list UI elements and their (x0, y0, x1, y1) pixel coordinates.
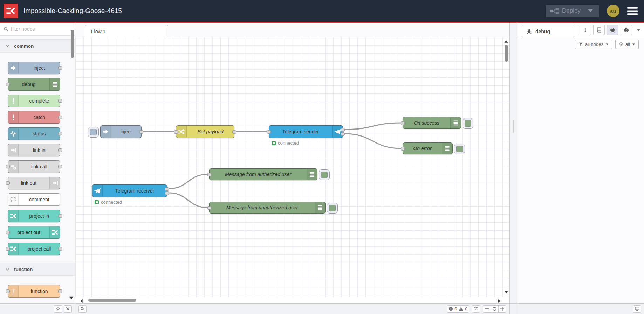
collapse-categories-button[interactable] (54, 305, 62, 313)
flow-node-telegram-receiver[interactable]: Telegram receiver (92, 184, 167, 197)
palette-node-port-out[interactable] (58, 148, 62, 152)
palette-node-link-out[interactable]: link out (8, 177, 60, 189)
palette-scrollbar-thumb[interactable] (71, 30, 74, 58)
debug-tab-button[interactable] (607, 25, 618, 35)
palette-node-icon-region (8, 144, 19, 156)
expand-categories-button[interactable] (64, 305, 72, 313)
help-tab-button[interactable] (593, 25, 605, 35)
node-port-in[interactable] (174, 130, 178, 134)
main-menu-button[interactable] (627, 7, 638, 15)
node-port-in[interactable] (401, 121, 405, 125)
palette-node-port-in[interactable] (6, 289, 10, 293)
tab-flow-1[interactable]: Flow 1 (85, 25, 168, 37)
node-port-out[interactable] (341, 128, 345, 132)
deploy-options-caret[interactable] (586, 7, 595, 15)
node-port-in[interactable] (267, 130, 271, 134)
open-debug-window-button[interactable] (633, 305, 641, 313)
flow-node-msg-unauthorized[interactable]: Message from unautherized user (209, 202, 326, 214)
palette-node-port-out[interactable] (58, 116, 62, 119)
info-tab-button[interactable]: i (580, 25, 591, 35)
palette-node-status[interactable]: status (8, 127, 60, 140)
node-port-out[interactable] (165, 191, 169, 195)
palette-node-complete[interactable]: complete (8, 95, 60, 107)
palette-node-project-out[interactable]: project out (8, 226, 60, 239)
debug-filter-label: all nodes (585, 42, 603, 47)
config-tab-button[interactable] (621, 25, 632, 35)
palette-node-catch[interactable]: catch (8, 111, 60, 124)
wire-telegram-sender-to-on-error[interactable] (345, 134, 401, 148)
wire-telegram-receiver-to-msg-authorized[interactable] (169, 174, 207, 189)
flow-node-icon-region (101, 126, 111, 138)
palette-node-project-call[interactable]: project call (8, 243, 60, 255)
palette-node-debug[interactable]: debug (8, 78, 60, 91)
wire-telegram-receiver-to-msg-unauthorized[interactable] (169, 193, 207, 208)
debug-toggle-button[interactable] (454, 144, 465, 154)
sidebar-tabs-caret[interactable] (637, 27, 640, 33)
palette-node-port-out[interactable] (58, 289, 62, 293)
search-input[interactable] (11, 26, 67, 32)
canvas-scroll-up-icon[interactable] (504, 39, 508, 45)
canvas-horizontal-scrollbar-thumb[interactable] (88, 299, 136, 302)
flow-node-on-error[interactable]: On error (403, 142, 453, 154)
debug-toggle-button[interactable] (319, 169, 330, 180)
node-port-in[interactable] (207, 206, 211, 210)
navigator-button[interactable] (472, 305, 480, 313)
debug-toggle-button[interactable] (327, 203, 338, 214)
palette-node-port-in[interactable] (6, 181, 10, 185)
palette-node-port-out[interactable] (58, 132, 62, 135)
zoom-out-button[interactable] (483, 305, 491, 313)
node-port-out[interactable] (232, 130, 236, 134)
wire-telegram-sender-to-on-success[interactable] (345, 123, 401, 130)
flow-node-inject[interactable]: inject (100, 125, 142, 138)
palette-category-function[interactable]: function (0, 263, 75, 276)
palette-node-port-out[interactable] (58, 66, 62, 70)
palette-category-common[interactable]: common (0, 39, 75, 53)
palette-node-inject[interactable]: inject (8, 62, 60, 74)
flow-canvas[interactable]: injectSet payloadTelegram senderconnecte… (75, 37, 509, 297)
gear-icon (623, 27, 629, 33)
palette-node-project-in[interactable]: project in (8, 210, 60, 222)
debug-clear-button[interactable]: all (615, 40, 639, 49)
deploy-button[interactable]: Deploy (546, 5, 599, 17)
palette-node-link-in[interactable]: link in (8, 144, 60, 156)
notification-counts[interactable]: 0 0 (447, 305, 469, 313)
palette-node-port-out[interactable] (58, 247, 62, 251)
palette-node-function[interactable]: ffunction (8, 285, 60, 298)
node-port-out[interactable] (139, 130, 143, 134)
palette-scroll-down-icon[interactable] (69, 295, 74, 301)
palette-node-port-in[interactable] (6, 83, 10, 86)
gutter-drag-handle[interactable] (513, 120, 514, 133)
palette-node-port-out[interactable] (58, 99, 62, 103)
palette-node-port-out[interactable] (58, 214, 62, 218)
user-avatar[interactable]: su (607, 5, 619, 17)
palette-node-label: inject (19, 62, 60, 74)
debug-toggle-button[interactable] (463, 118, 473, 129)
palette-node-link-call[interactable]: link call (8, 160, 60, 173)
zoom-reset-button[interactable] (491, 305, 499, 313)
node-port-out[interactable] (341, 132, 345, 136)
node-port-out[interactable] (165, 187, 169, 191)
sidebar-resize-gutter[interactable] (509, 23, 517, 303)
workspace: Flow 1 injectSet payloadTelegram senderc… (75, 23, 509, 303)
flow-node-telegram-sender[interactable]: Telegram sender (269, 125, 343, 138)
debug-filter-button[interactable]: all nodes (575, 40, 612, 49)
node-port-in[interactable] (401, 147, 405, 151)
zoom-in-button[interactable] (498, 305, 506, 313)
bug-icon (610, 27, 616, 33)
flow-node-msg-authorized[interactable]: Message from autherized user (209, 168, 317, 180)
canvas-search-button[interactable] (78, 305, 87, 313)
palette-node-port-in[interactable] (6, 165, 10, 168)
canvas-scroll-down-icon[interactable] (504, 289, 508, 295)
tab-debug[interactable]: debug (522, 25, 574, 37)
canvas-vertical-scrollbar-thumb[interactable] (505, 45, 508, 62)
wires-layer (75, 37, 509, 297)
palette-node-port-in[interactable] (6, 247, 10, 251)
palette-node-comment[interactable]: comment (8, 193, 60, 206)
caret-down-icon (69, 295, 74, 300)
palette-node-port-out[interactable] (58, 165, 62, 168)
palette-node-port-in[interactable] (6, 231, 10, 234)
inject-run-button[interactable] (88, 127, 99, 138)
flow-node-set-payload[interactable]: Set payload (176, 125, 234, 138)
flow-node-on-success[interactable]: On success (403, 117, 461, 129)
node-port-in[interactable] (207, 173, 211, 176)
